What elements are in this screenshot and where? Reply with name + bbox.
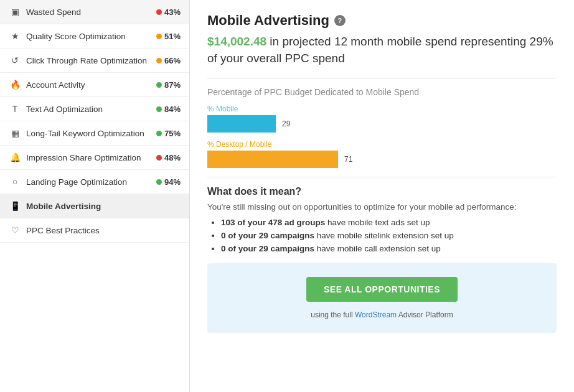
bar-desktop-value: 71 <box>344 155 352 164</box>
sidebar-item-ppc-best-practices[interactable]: ♡PPC Best Practices <box>0 218 189 243</box>
score-text-quality-score: 51% <box>164 32 181 41</box>
what-desc: You're still missing out on opportunitie… <box>207 202 557 212</box>
dot-text-ad <box>156 106 162 112</box>
chart-desktop: % Desktop / Mobile 71 <box>207 140 557 168</box>
bar-desktop <box>207 151 338 168</box>
bar-mobile-wrapper: 29 <box>207 115 557 133</box>
quality-score-icon: ★ <box>9 31 21 41</box>
score-text-ctr: 66% <box>164 56 181 65</box>
score-text-impression-share: 48% <box>164 153 181 162</box>
sidebar-label-quality-score: Quality Score Optimization <box>26 32 156 41</box>
sidebar-item-ctr[interactable]: ↺Click Through Rate Optimization66% <box>0 49 189 73</box>
sidebar-item-account-activity[interactable]: 🔥Account Activity87% <box>0 73 189 97</box>
impression-share-icon: 🔔 <box>9 152 21 162</box>
ctr-icon: ↺ <box>9 55 21 65</box>
sidebar-item-text-ad[interactable]: TText Ad Optimization84% <box>0 97 189 121</box>
sidebar-score-text-ad: 84% <box>156 105 181 114</box>
sidebar-label-impression-share: Impression Share Optimization <box>26 153 156 162</box>
divider-2 <box>207 177 557 177</box>
subtitle-amount: $14,002.48 <box>207 35 266 48</box>
sidebar-item-impression-share[interactable]: 🔔Impression Share Optimization48% <box>0 146 189 170</box>
sidebar-label-account-activity: Account Activity <box>26 80 156 90</box>
sidebar-score-quality-score: 51% <box>156 32 181 41</box>
score-text-landing-page: 94% <box>164 177 181 187</box>
bullet-list: 103 of your 478 ad groups have mobile te… <box>207 218 557 253</box>
sidebar-label-ppc-best-practices: PPC Best Practices <box>26 226 181 235</box>
sidebar: ▣Wasted Spend43%★Quality Score Optimizat… <box>0 0 190 392</box>
score-text-account-activity: 87% <box>164 80 181 90</box>
dot-wasted-spend <box>156 9 162 15</box>
dot-ctr <box>156 58 162 63</box>
mobile-advertising-icon: 📱 <box>9 201 21 211</box>
wasted-spend-icon: ▣ <box>9 7 21 17</box>
page-title: Mobile Advertising <box>207 12 329 29</box>
bar-mobile <box>207 115 276 133</box>
score-text-text-ad: 84% <box>164 105 181 114</box>
subtitle: $14,002.48 in projected 12 month mobile … <box>207 34 557 67</box>
sidebar-label-landing-page: Landing Page Optimization <box>26 177 156 187</box>
text-ad-icon: T <box>9 104 21 114</box>
cta-subtext: using the full WordStream Advisor Platfo… <box>220 310 544 319</box>
dot-quality-score <box>156 34 162 39</box>
sidebar-label-wasted-spend: Wasted Spend <box>26 7 156 17</box>
main-content: Mobile Advertising ? $14,002.48 in proje… <box>190 0 574 392</box>
bar-desktop-wrapper: 71 <box>207 151 557 168</box>
sidebar-item-quality-score[interactable]: ★Quality Score Optimization51% <box>0 24 189 49</box>
chart-mobile: % Mobile 29 <box>207 105 557 133</box>
dot-impression-share <box>156 155 162 161</box>
score-text-wasted-spend: 43% <box>164 7 181 17</box>
sidebar-item-wasted-spend[interactable]: ▣Wasted Spend43% <box>0 0 189 24</box>
bar-desktop-label: % Desktop / Mobile <box>207 140 557 149</box>
sidebar-label-ctr: Click Through Rate Optimization <box>26 56 156 65</box>
info-icon[interactable]: ? <box>334 15 346 26</box>
see-all-opportunities-button[interactable]: SEE ALL OPPORTUNITIES <box>306 277 458 302</box>
ppc-best-practices-icon: ♡ <box>9 225 21 235</box>
sidebar-score-ctr: 66% <box>156 56 181 65</box>
sidebar-score-landing-page: 94% <box>156 177 181 187</box>
score-text-long-tail: 75% <box>164 129 181 138</box>
divider-1 <box>207 78 557 78</box>
sidebar-score-account-activity: 87% <box>156 80 181 90</box>
page-title-container: Mobile Advertising ? <box>207 12 557 29</box>
sidebar-score-wasted-spend: 43% <box>156 7 181 17</box>
bullet-item-2: 0 of your 29 campaigns have mobile call … <box>221 244 557 253</box>
sidebar-label-long-tail: Long-Tail Keyword Optimization <box>26 129 156 138</box>
landing-page-icon: ○ <box>9 177 21 187</box>
sidebar-item-landing-page[interactable]: ○Landing Page Optimization94% <box>0 170 189 194</box>
bullet-item-0: 103 of your 478 ad groups have mobile te… <box>221 218 557 227</box>
account-activity-icon: 🔥 <box>9 80 21 90</box>
bar-mobile-label: % Mobile <box>207 105 557 113</box>
long-tail-icon: ▦ <box>9 128 21 138</box>
dot-account-activity <box>156 82 162 88</box>
sidebar-score-long-tail: 75% <box>156 129 181 138</box>
sidebar-label-mobile-advertising: Mobile Advertising <box>26 202 181 211</box>
sidebar-label-text-ad: Text Ad Optimization <box>26 105 156 114</box>
dot-landing-page <box>156 179 162 185</box>
what-title: What does it mean? <box>207 186 557 197</box>
bar-mobile-value: 29 <box>282 119 290 128</box>
bullet-item-1: 0 of your 29 campaigns have mobile sitel… <box>221 231 557 240</box>
dot-long-tail <box>156 131 162 136</box>
sidebar-score-impression-share: 48% <box>156 153 181 162</box>
sidebar-item-mobile-advertising[interactable]: 📱Mobile Advertising <box>0 194 189 218</box>
cta-box: SEE ALL OPPORTUNITIES using the full Wor… <box>207 263 557 333</box>
chart-section-title: Percentage of PPC Budget Dedicated to Mo… <box>207 87 557 97</box>
sidebar-item-long-tail[interactable]: ▦Long-Tail Keyword Optimization75% <box>0 121 189 146</box>
wordstream-link[interactable]: WordStream <box>355 310 397 319</box>
